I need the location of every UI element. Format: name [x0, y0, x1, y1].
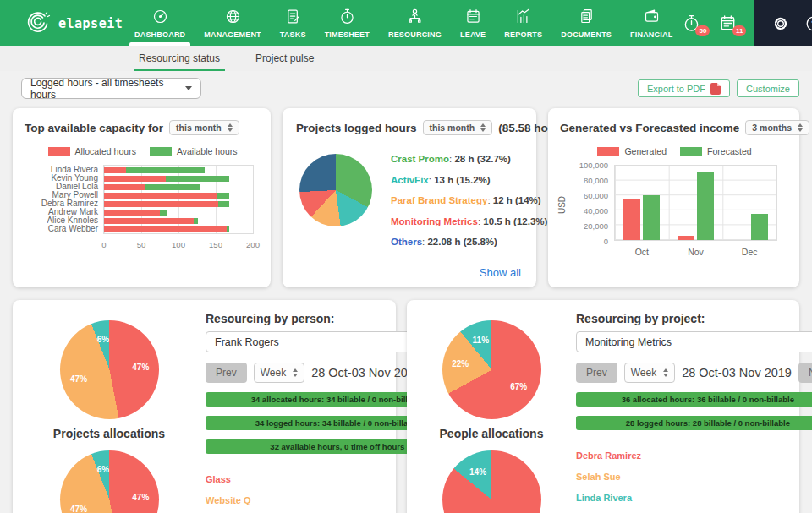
- pie-legend-name: Others: [391, 237, 422, 247]
- income-bar-chart: OctNovDecUSD100,00080,00060,00040,00020,…: [560, 161, 789, 270]
- nav-item-tasks[interactable]: TASKS: [271, 0, 315, 46]
- pie-legend-name: Paraf Brand Strategy: [391, 195, 487, 205]
- person-pies-column: 47%47%6% Projects allocations 47%47%6%: [13, 300, 206, 513]
- schedule-button[interactable]: 11: [718, 14, 738, 33]
- y-axis-tick: 60,000: [560, 191, 608, 200]
- x-axis-category: Dec: [722, 247, 776, 257]
- income-legend: GeneratedForecasted: [560, 146, 789, 156]
- legend-item: Allocated hours: [48, 146, 136, 156]
- stacked-bar-row: [104, 201, 253, 207]
- logged-pie-chart: [299, 154, 372, 226]
- bar-segment: [104, 218, 194, 224]
- x-axis-tick: 50: [137, 240, 146, 249]
- metric-select[interactable]: Logged hours - all timesheets hours: [21, 78, 201, 99]
- pie-legend-row: Monitoring Metrics: 10.5 h (12.3%): [391, 216, 547, 226]
- bar-segment: [126, 167, 204, 173]
- nav-item-documents[interactable]: DOCUMENTS: [551, 0, 621, 46]
- next-button[interactable]: Next: [798, 363, 812, 383]
- pdf-icon: [710, 83, 721, 95]
- globe-icon: [224, 8, 242, 29]
- nav-item-financial[interactable]: FINANCIAL: [621, 0, 682, 46]
- pie-legend-row: Others: 22.08 h (25.8%): [391, 237, 547, 247]
- projects-allocations-title: Projects allocations: [53, 427, 165, 440]
- x-axis-tick: 100: [172, 240, 185, 249]
- allocation-pill: 36 allocated hours: 36 billable / 0 non-…: [576, 392, 812, 407]
- gear-icon: [771, 14, 790, 33]
- help-button[interactable]: ? 1: [804, 14, 812, 33]
- tasks-icon: [284, 8, 302, 29]
- legend-label: Allocated hours: [75, 146, 136, 156]
- metric-select-value: Logged hours - all timesheets hours: [30, 77, 185, 101]
- nav-item-leave[interactable]: LEAVE: [451, 0, 495, 46]
- bar: [678, 236, 694, 240]
- list-item[interactable]: Linda Rivera: [576, 493, 812, 503]
- updown-arrows-icon: [480, 123, 486, 132]
- nav-item-reports[interactable]: REPORTS: [495, 0, 551, 46]
- project-date-controls: Prev Week 28 Oct-03 Nov 2019 Next: [576, 363, 812, 383]
- chart-icon: [514, 8, 532, 29]
- week-select[interactable]: Week: [254, 363, 304, 383]
- nav-item-resourcing[interactable]: RESOURCING: [379, 0, 451, 46]
- nav-item-label: RESOURCING: [388, 30, 442, 39]
- dashboard-icon: [151, 8, 169, 29]
- pie-legend-name: Crast Promo: [391, 154, 449, 164]
- stacked-bar-row: [104, 176, 253, 182]
- bar-category-label: Cara Webber: [25, 225, 98, 233]
- capacity-period-select[interactable]: this month: [169, 120, 239, 135]
- project-select-value: Monitoring Metrics: [585, 336, 672, 348]
- documents-icon: [578, 8, 595, 29]
- nav-item-management[interactable]: MANAGEMENT: [195, 0, 271, 46]
- pie-slice-label: 67%: [510, 381, 527, 390]
- income-period-select[interactable]: 3 months: [745, 120, 809, 135]
- y-axis-tick: 80,000: [560, 176, 608, 185]
- bar-segment: [104, 210, 160, 216]
- bar-segment: [217, 193, 229, 199]
- stacked-bar-row: [104, 167, 253, 173]
- people-allocations-pie: 67%22%11%: [442, 320, 541, 419]
- tab-project-pulse[interactable]: Project pulse: [250, 46, 319, 71]
- y-axis-tick: 0: [560, 237, 608, 246]
- nav-item-label: LEAVE: [460, 30, 486, 39]
- resourcing-by-project-card: 67%22%11% People allocations 86%14% Reso…: [407, 300, 799, 513]
- pie-legend-value: 12 h (14%): [493, 195, 541, 205]
- top-navbar: elapseit DASHBOARDMANAGEMENTTASKSTIMESHE…: [0, 0, 812, 46]
- logged-period-value: this month: [430, 123, 475, 133]
- pie-legend-value: 13 h (15.2%): [434, 175, 490, 185]
- list-item[interactable]: Debra Ramirez: [576, 450, 812, 461]
- project-heading: Resourcing by project:: [576, 312, 812, 325]
- stacked-bar-row: [104, 210, 253, 216]
- x-axis-category: Nov: [669, 247, 723, 257]
- bar-segment: [104, 184, 145, 190]
- customize-button[interactable]: Customize: [737, 79, 799, 97]
- project-select[interactable]: Monitoring Metrics: [576, 331, 812, 352]
- logged-period-select[interactable]: this month: [423, 120, 493, 135]
- prev-button[interactable]: Prev: [576, 363, 617, 383]
- bar-segment: [166, 176, 229, 182]
- pie-slice-label: 47%: [70, 504, 87, 513]
- person-date-range: 28 Oct-03 Nov 2019: [311, 366, 421, 379]
- capacity-bar-chart: 050100150200Linda RiveraKevin YoungDanie…: [25, 165, 261, 259]
- week-select-value: Week: [631, 367, 656, 379]
- nav-item-dashboard[interactable]: DASHBOARD: [125, 0, 195, 46]
- settings-button[interactable]: [771, 14, 790, 33]
- show-all-link[interactable]: Show all: [480, 266, 521, 279]
- legend-item: Forecasted: [680, 146, 752, 156]
- list-item[interactable]: Selah Sue: [576, 472, 812, 482]
- capacity-card-title: Top available capacity for this month: [25, 120, 261, 135]
- export-pdf-button[interactable]: Export to PDF: [638, 79, 730, 97]
- income-period-value: 3 months: [752, 123, 792, 133]
- nav-items: DASHBOARDMANAGEMENTTASKSTIMESHEETRESOURC…: [125, 0, 682, 46]
- nav-item-label: REPORTS: [504, 30, 542, 39]
- x-axis-tick: 150: [209, 240, 222, 249]
- pie-legend-row: Crast Promo: 28 h (32.7%): [391, 154, 547, 164]
- stacked-bar-row: [104, 218, 253, 224]
- prev-button[interactable]: Prev: [206, 363, 247, 383]
- timer-button[interactable]: 50: [682, 14, 701, 33]
- brand[interactable]: elapseit: [0, 0, 125, 46]
- week-select[interactable]: Week: [624, 363, 675, 383]
- people-allocations-title: People allocations: [440, 427, 544, 440]
- tab-resourcing-status[interactable]: Resourcing status: [134, 46, 225, 71]
- chevron-down-icon: [185, 86, 192, 90]
- pie-slice-label: 6%: [97, 464, 109, 473]
- nav-item-timesheet[interactable]: TIMESHEET: [315, 0, 379, 46]
